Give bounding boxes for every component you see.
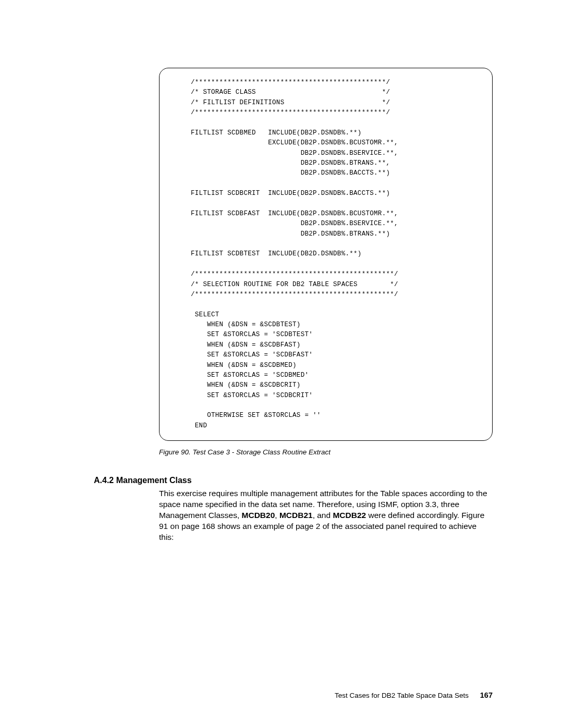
code-line: DB2P.DSNDB%.BSERVICE.**,: [191, 150, 398, 157]
code-line: DB2P.DSNDB%.BACCTS.**): [191, 169, 390, 177]
code-listing: /***************************************…: [191, 78, 482, 431]
page-number: 167: [480, 691, 493, 699]
bold-term: MCDB22: [333, 511, 366, 520]
code-line: SET &STORCLAS = 'SCDBFAST': [191, 351, 313, 359]
code-line: OTHERWISE SET &STORCLAS = '': [191, 412, 321, 419]
code-line: FILTLIST SCDBTEST INCLUDE(DB2D.DSNDB%.**…: [191, 250, 362, 257]
code-line: END: [191, 422, 207, 429]
code-line: SET &STORCLAS = 'SCDBTEST': [191, 331, 313, 338]
figure-caption: Figure 90. Test Case 3 - Storage Class R…: [159, 448, 493, 456]
code-line: /* STORAGE CLASS */: [191, 89, 390, 96]
code-line: FILTLIST SCDBMED INCLUDE(DB2P.DSNDB%.**): [191, 129, 362, 137]
code-line: /* SELECTION ROUTINE FOR DB2 TABLE SPACE…: [191, 281, 398, 288]
page-container: /***************************************…: [0, 0, 563, 569]
code-line: /***************************************…: [191, 291, 398, 298]
code-line: FILTLIST SCDBCRIT INCLUDE(DB2P.DSNDB%.BA…: [191, 190, 390, 197]
bold-term: MCDB20: [242, 511, 275, 520]
code-line: DB2P.DSNDB%.BSERVICE.**,: [191, 220, 398, 227]
code-line: DB2P.DSNDB%.BTRANS.**,: [191, 159, 390, 167]
code-line: WHEN (&DSN = &SCDBMED): [191, 362, 297, 369]
paragraph: This exercise requires multiple manageme…: [159, 488, 493, 543]
code-line: EXCLUDE(DB2P.DSNDB%.BCUSTOMR.**,: [191, 139, 398, 146]
code-line: WHEN (&DSN = &SCDBFAST): [191, 341, 301, 349]
code-line: WHEN (&DSN = &SCDBTEST): [191, 321, 301, 328]
code-line: SET &STORCLAS = 'SCDBMED': [191, 372, 309, 379]
code-line: WHEN (&DSN = &SCDBCRIT): [191, 381, 301, 389]
body-text-segment: ,: [275, 511, 279, 520]
code-line: SET &STORCLAS = 'SCDBCRIT': [191, 392, 313, 399]
body-text-segment: , and: [313, 511, 333, 520]
code-line: /***************************************…: [191, 79, 390, 86]
code-line: /***************************************…: [191, 109, 390, 116]
code-line: DB2P.DSNDB%.BTRANS.**): [191, 230, 390, 238]
code-listing-box: /***************************************…: [159, 68, 493, 441]
code-line: FILTLIST SCDBFAST INCLUDE(DB2P.DSNDB%.BC…: [191, 210, 398, 217]
section-heading: A.4.2 Management Class: [94, 476, 493, 485]
code-line: /***************************************…: [191, 270, 398, 278]
bold-term: MCDB21: [279, 511, 313, 520]
code-line: /* FILTLIST DEFINITIONS */: [191, 99, 390, 106]
page-footer: Test Cases for DB2 Table Space Data Sets…: [335, 691, 493, 699]
footer-text: Test Cases for DB2 Table Space Data Sets: [335, 692, 469, 699]
code-line: SELECT: [191, 311, 219, 318]
